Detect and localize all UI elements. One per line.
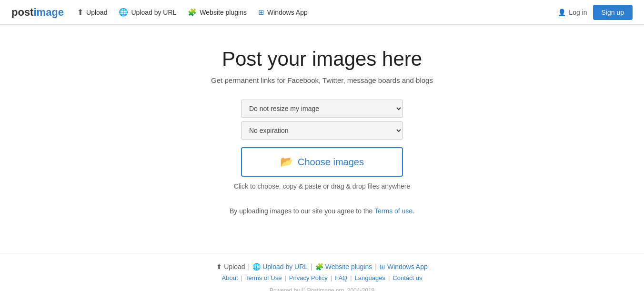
footer-contact[interactable]: Contact us bbox=[392, 274, 422, 281]
nav-upload[interactable]: ⬆ Upload bbox=[77, 8, 107, 17]
nav-upload-by-url[interactable]: 🌐 Upload by URL bbox=[119, 8, 176, 17]
footer-privacy[interactable]: Privacy Policy bbox=[289, 274, 328, 281]
logo-image: image bbox=[33, 6, 64, 19]
footer: ⬆ Upload | 🌐 Upload by URL | 🧩 Website p… bbox=[0, 253, 644, 291]
footer-copyright: Powered by © Postimage.org, 2004-2019 bbox=[270, 287, 374, 291]
choose-images-label: Choose images bbox=[298, 157, 364, 168]
footer-nav-links: ⬆ Upload | 🌐 Upload by URL | 🧩 Website p… bbox=[216, 263, 428, 271]
logo[interactable]: postimage bbox=[11, 6, 64, 19]
footer-legal-links: About | Terms of Use | Privacy Policy | … bbox=[222, 274, 423, 281]
footer-terms[interactable]: Terms of Use bbox=[245, 274, 282, 281]
footer-about[interactable]: About bbox=[222, 274, 238, 281]
controls: Do not resize my image Resize to 240x180… bbox=[241, 100, 403, 140]
footer-faq[interactable]: FAQ bbox=[335, 274, 347, 281]
page-title: Post your images here bbox=[222, 48, 422, 70]
footer-sep-2: | bbox=[311, 263, 312, 271]
footer-upload-url-label: Upload by URL bbox=[262, 263, 308, 271]
footer-upload-icon: ⬆ bbox=[216, 263, 222, 271]
folder-icon: 📂 bbox=[280, 156, 293, 168]
nav-links: ⬆ Upload 🌐 Upload by URL 🧩 Website plugi… bbox=[77, 8, 558, 17]
drag-hint: Click to choose, copy & paste or drag & … bbox=[234, 182, 410, 190]
page-subtitle: Get permanent links for Facebook, Twitte… bbox=[211, 76, 433, 84]
footer-sep-8: | bbox=[388, 274, 390, 281]
footer-upload-label: Upload bbox=[224, 263, 245, 271]
footer-sep-7: | bbox=[350, 274, 352, 281]
terms-suffix: . bbox=[413, 207, 414, 215]
login-button[interactable]: 👤 Log in bbox=[558, 9, 587, 16]
footer-website-plugins[interactable]: 🧩 Website plugins bbox=[315, 263, 372, 271]
logo-post: post bbox=[11, 6, 33, 19]
terms-prefix: By uploading images to our site you agre… bbox=[230, 207, 374, 215]
nav-website-plugins[interactable]: 🧩 Website plugins bbox=[188, 8, 247, 17]
nav-website-plugins-label: Website plugins bbox=[200, 9, 247, 16]
footer-sep-1: | bbox=[248, 263, 250, 271]
windows-icon: ⊞ bbox=[258, 8, 264, 17]
login-icon: 👤 bbox=[558, 9, 566, 16]
upload-icon: ⬆ bbox=[77, 8, 83, 17]
footer-globe-icon: 🌐 bbox=[252, 263, 261, 271]
navbar: postimage ⬆ Upload 🌐 Upload by URL 🧩 Web… bbox=[0, 0, 644, 25]
signup-button[interactable]: Sign up bbox=[593, 5, 633, 20]
terms-of-use-link[interactable]: Terms of use bbox=[374, 207, 413, 215]
main-content: Post your images here Get permanent link… bbox=[0, 25, 644, 253]
footer-upload[interactable]: ⬆ Upload bbox=[216, 263, 245, 271]
footer-windows-icon: ⊞ bbox=[380, 263, 385, 271]
puzzle-icon: 🧩 bbox=[188, 8, 197, 17]
terms-text: By uploading images to our site you agre… bbox=[230, 207, 414, 215]
login-label: Log in bbox=[569, 9, 587, 16]
globe-icon: 🌐 bbox=[119, 8, 128, 17]
footer-puzzle-icon: 🧩 bbox=[315, 263, 323, 271]
footer-upload-url[interactable]: 🌐 Upload by URL bbox=[252, 263, 308, 271]
footer-sep-3: | bbox=[375, 263, 377, 271]
choose-images-button[interactable]: 📂 Choose images bbox=[241, 147, 403, 177]
nav-right: 👤 Log in Sign up bbox=[558, 5, 633, 20]
nav-upload-url-label: Upload by URL bbox=[131, 9, 176, 16]
footer-sep-4: | bbox=[241, 274, 242, 281]
expiration-select[interactable]: No expiration 1 month 3 months 6 months … bbox=[241, 121, 403, 140]
footer-languages[interactable]: Languages bbox=[355, 274, 385, 281]
nav-upload-label: Upload bbox=[86, 9, 107, 16]
nav-windows-app-label: Windows App bbox=[267, 9, 308, 16]
footer-windows-app[interactable]: ⊞ Windows App bbox=[380, 263, 428, 271]
nav-windows-app[interactable]: ⊞ Windows App bbox=[258, 8, 308, 17]
resize-select[interactable]: Do not resize my image Resize to 240x180… bbox=[241, 100, 403, 118]
footer-website-plugins-label: Website plugins bbox=[325, 263, 372, 271]
footer-sep-5: | bbox=[284, 274, 286, 281]
footer-sep-6: | bbox=[331, 274, 332, 281]
footer-windows-app-label: Windows App bbox=[387, 263, 428, 271]
